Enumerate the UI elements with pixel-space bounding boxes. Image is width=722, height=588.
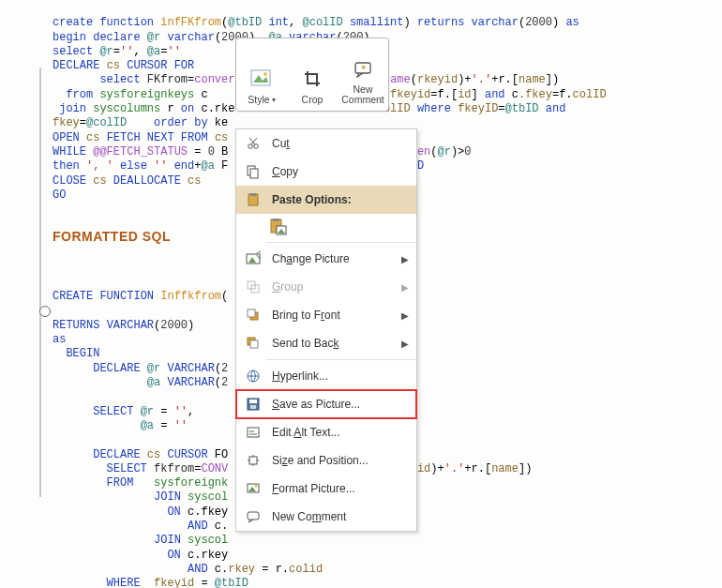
menu-item-send-to-back[interactable]: Send to Back ▶ bbox=[236, 329, 416, 357]
menu-item-save-as-picture-label: Save as Picture... bbox=[272, 398, 409, 411]
format-picture-icon bbox=[242, 479, 264, 498]
page: { "code_line1": "create function infFKfr… bbox=[0, 0, 722, 588]
copy-icon bbox=[242, 162, 264, 181]
svg-rect-26 bbox=[250, 405, 256, 409]
menu-item-group[interactable]: Group ▶ bbox=[236, 273, 416, 301]
menu-item-new-comment[interactable]: New Comment bbox=[236, 503, 416, 531]
menu-item-hyperlink-label: Hyperlink... bbox=[272, 369, 409, 383]
new-comment-label-2: Comment bbox=[341, 94, 384, 105]
menu-item-edit-alt-text[interactable]: Edit Alt Text... bbox=[236, 418, 416, 446]
selection-bar bbox=[39, 68, 41, 497]
group-icon bbox=[242, 278, 264, 296]
hyperlink-icon bbox=[242, 367, 264, 385]
menu-item-copy-label: Copy bbox=[272, 165, 409, 178]
separator bbox=[266, 242, 416, 243]
chevron-right-icon: ▶ bbox=[401, 254, 409, 264]
svg-rect-28 bbox=[249, 457, 257, 464]
picture-mini-toolbar: Style▾ Crop ✶ NewComment bbox=[235, 38, 389, 112]
chevron-down-icon: ▾ bbox=[272, 96, 276, 104]
menu-item-send-to-back-label: Send to Back bbox=[272, 337, 396, 350]
svg-rect-22 bbox=[250, 340, 258, 348]
svg-rect-12 bbox=[273, 219, 279, 221]
section-heading-formatted-sql: FORMATTED SQL bbox=[53, 229, 171, 244]
menu-item-bring-to-front-label: Bring to Front bbox=[272, 309, 396, 322]
menu-item-group-label: Group bbox=[272, 280, 396, 294]
paste-picture-icon bbox=[268, 217, 289, 237]
menu-item-edit-alt-text-label: Edit Alt Text... bbox=[272, 426, 409, 439]
menu-item-paste-options-label: Paste Options: bbox=[272, 193, 409, 206]
menu-item-new-comment-label: New Comment bbox=[272, 510, 409, 523]
scissors-icon bbox=[242, 134, 264, 153]
chevron-right-icon: ▶ bbox=[401, 310, 409, 321]
svg-point-2 bbox=[263, 72, 267, 76]
save-picture-icon bbox=[242, 395, 264, 414]
crop-icon bbox=[301, 68, 323, 90]
new-comment-icon bbox=[242, 507, 264, 526]
menu-item-size-position[interactable]: Size and Position... bbox=[236, 446, 416, 475]
svg-rect-20 bbox=[248, 309, 255, 317]
menu-item-format-picture[interactable]: Format Picture... bbox=[236, 475, 416, 503]
svg-point-5 bbox=[248, 144, 253, 149]
crop-button[interactable]: Crop bbox=[287, 38, 338, 111]
menu-item-hyperlink[interactable]: Hyperlink... bbox=[236, 362, 416, 390]
new-comment-button[interactable]: ✶ NewComment bbox=[338, 38, 388, 111]
menu-item-size-position-label: Size and Position... bbox=[272, 454, 409, 467]
svg-text:✶: ✶ bbox=[360, 63, 368, 72]
svg-rect-25 bbox=[249, 400, 257, 403]
menu-item-cut[interactable]: Cut bbox=[236, 129, 416, 158]
menu-item-change-picture-label: Change Picture bbox=[272, 252, 396, 265]
chevron-right-icon: ▶ bbox=[401, 282, 409, 293]
crop-label: Crop bbox=[302, 94, 323, 105]
svg-rect-8 bbox=[250, 169, 258, 178]
svg-point-31 bbox=[255, 485, 258, 488]
bring-front-icon bbox=[242, 306, 264, 324]
clipboard-icon bbox=[242, 190, 264, 209]
svg-rect-10 bbox=[250, 193, 256, 196]
style-icon bbox=[250, 68, 273, 90]
chevron-right-icon: ▶ bbox=[401, 339, 409, 349]
separator bbox=[266, 359, 416, 360]
size-position-icon bbox=[242, 451, 264, 470]
menu-item-paste-options[interactable]: Paste Options: bbox=[236, 186, 416, 214]
svg-rect-32 bbox=[248, 512, 259, 520]
menu-item-bring-to-front[interactable]: Bring to Front ▶ bbox=[236, 301, 416, 329]
menu-item-change-picture[interactable]: Change Picture ▶ bbox=[236, 245, 416, 273]
paste-option-picture[interactable] bbox=[236, 214, 416, 240]
svg-point-6 bbox=[254, 144, 259, 149]
context-menu: Cut Copy Paste Options: Change Picture ▶… bbox=[235, 128, 417, 532]
new-comment-icon: ✶ bbox=[352, 58, 374, 81]
change-picture-icon bbox=[242, 249, 264, 268]
menu-item-save-as-picture[interactable]: Save as Picture... bbox=[236, 390, 416, 418]
send-back-icon bbox=[242, 334, 264, 353]
menu-item-format-picture-label: Format Picture... bbox=[272, 482, 409, 495]
svg-rect-27 bbox=[248, 428, 259, 437]
style-button[interactable]: Style▾ bbox=[236, 38, 287, 111]
menu-item-copy[interactable]: Copy bbox=[236, 158, 416, 186]
anchor-dot bbox=[39, 306, 51, 317]
alt-text-icon bbox=[242, 423, 264, 442]
menu-item-cut-label: Cut bbox=[272, 137, 409, 150]
style-label: Style bbox=[248, 94, 269, 105]
